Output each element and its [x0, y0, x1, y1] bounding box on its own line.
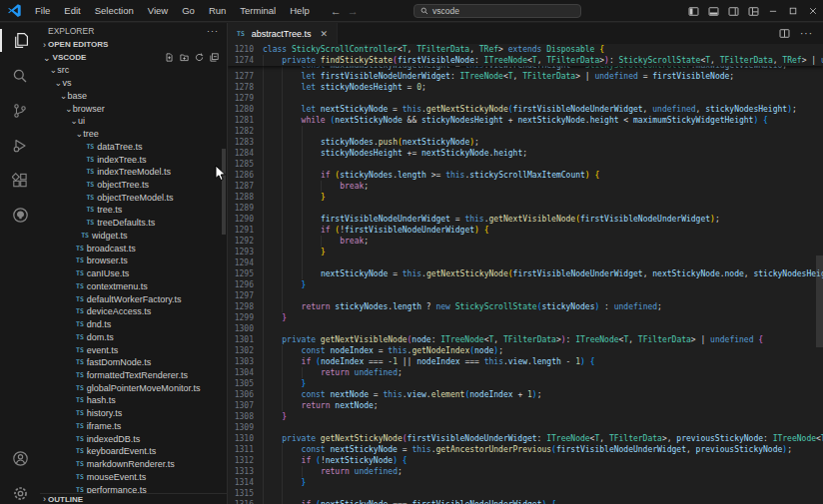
- tree-item-indexTree-ts[interactable]: TSindexTree.ts: [40, 153, 227, 166]
- toggle-secondary-sidebar-icon[interactable]: [723, 0, 743, 22]
- line-number[interactable]: 1277: [228, 71, 263, 82]
- tree-item-indexedDB-ts[interactable]: TSindexedDB.ts: [40, 432, 227, 445]
- menu-run[interactable]: Run: [202, 0, 233, 22]
- line-number[interactable]: 1296: [228, 279, 263, 290]
- close-tab-icon[interactable]: ✕: [321, 29, 329, 39]
- code-line[interactable]: 1298return stickyNodes.length ? new Stic…: [228, 301, 823, 312]
- line-number[interactable]: 1313: [228, 466, 263, 477]
- tree-item-widget-ts[interactable]: TSwidget.ts: [40, 230, 227, 243]
- tree-item-src[interactable]: ⌄src: [40, 64, 227, 77]
- tree-item-history-ts[interactable]: TShistory.ts: [40, 407, 227, 420]
- code-line[interactable]: 1290firstVisibleNodeUnderWidget = this.g…: [228, 214, 823, 225]
- toggle-sidebar-icon[interactable]: [683, 0, 703, 22]
- tree-item-tree-ts[interactable]: TStree.ts: [40, 204, 227, 217]
- tree-item-objectTreeModel-ts[interactable]: TSobjectTreeModel.ts: [40, 191, 227, 204]
- line-number[interactable]: 1302: [228, 345, 263, 356]
- code-line[interactable]: 1283stickyNodes.push(nextStickyNode);: [228, 137, 823, 148]
- line-number[interactable]: 1306: [228, 389, 263, 400]
- code-line[interactable]: 1286if (stickyNodes.length >= this.stick…: [228, 170, 823, 181]
- line-number[interactable]: 1297: [228, 290, 263, 301]
- line-number[interactable]: 1282: [228, 126, 263, 137]
- line-number[interactable]: 1274: [228, 55, 263, 66]
- line-number[interactable]: 1279: [228, 93, 263, 104]
- line-number[interactable]: 1298: [228, 301, 263, 312]
- line-number[interactable]: 1281: [228, 115, 263, 126]
- menu-terminal[interactable]: Terminal: [233, 0, 283, 22]
- code-line[interactable]: 1307return nextNode;: [228, 400, 823, 411]
- code-line[interactable]: 1284stickyNodesHeight += nextStickyNode.…: [228, 148, 823, 159]
- more-actions-icon[interactable]: ···: [800, 28, 813, 39]
- tree-item-iframe-ts[interactable]: TSiframe.ts: [40, 420, 227, 433]
- line-number[interactable]: 1314: [228, 477, 263, 488]
- code-line[interactable]: 1277let firstVisibleNodeUnderWidget: ITr…: [228, 71, 823, 82]
- tree-item-defaultWorkerFactory-ts[interactable]: TSdefaultWorkerFactory.ts: [40, 292, 227, 305]
- code-line[interactable]: 1300: [228, 323, 823, 334]
- menu-edit[interactable]: Edit: [57, 0, 87, 22]
- line-number[interactable]: 1289: [228, 203, 263, 214]
- line-number[interactable]: 1309: [228, 422, 263, 433]
- code-line[interactable]: 1289: [228, 203, 823, 214]
- line-number[interactable]: 1280: [228, 104, 263, 115]
- code-line[interactable]: 1305}: [228, 378, 823, 389]
- github-icon[interactable]: [0, 198, 40, 233]
- tree-item-objectTree-ts[interactable]: TSobjectTree.ts: [40, 179, 227, 192]
- tree-item-keyboardEvent-ts[interactable]: TSkeyboardEvent.ts: [40, 445, 227, 458]
- tree-item-hash-ts[interactable]: TShash.ts: [40, 394, 227, 407]
- line-number[interactable]: 1291: [228, 225, 263, 236]
- menu-go[interactable]: Go: [175, 0, 202, 22]
- back-arrow-icon[interactable]: ←: [331, 5, 342, 17]
- refresh-icon[interactable]: [195, 53, 204, 62]
- tree-item-browser[interactable]: ⌄browser: [40, 102, 227, 115]
- code-line[interactable]: 1306const nextNode = this.view.element(n…: [228, 389, 823, 400]
- line-number[interactable]: 1315: [228, 488, 263, 499]
- code-line[interactable]: 1292break;: [228, 236, 823, 247]
- code-line[interactable]: 1281while (nextStickyNode && stickyNodes…: [228, 115, 823, 126]
- code-line[interactable]: 1280let nextStickyNode = this.getNextSti…: [228, 104, 823, 115]
- editor-scrollbar-thumb[interactable]: [816, 255, 823, 347]
- line-number[interactable]: 1293: [228, 247, 263, 257]
- line-number[interactable]: 1300: [228, 323, 263, 334]
- tree-item-broadcast-ts[interactable]: TSbroadcast.ts: [40, 242, 227, 254]
- settings-gear-icon[interactable]: [0, 476, 40, 504]
- maximize-icon[interactable]: [783, 0, 803, 22]
- code-line[interactable]: 1282: [228, 126, 823, 137]
- tree-item-globalPointerMoveMonitor-ts[interactable]: TSglobalPointerMoveMonitor.ts: [40, 381, 227, 394]
- line-number[interactable]: 1312: [228, 455, 263, 466]
- new-file-icon[interactable]: [165, 53, 174, 62]
- workspace-root-section[interactable]: ⌄ VSCODE: [40, 51, 227, 64]
- line-number[interactable]: 1299: [228, 312, 263, 323]
- split-editor-icon[interactable]: [779, 28, 790, 39]
- minimize-icon[interactable]: [763, 0, 783, 22]
- tree-item-markdownRenderer-ts[interactable]: TSmarkdownRenderer.ts: [40, 458, 227, 471]
- tree-item-vs[interactable]: ⌄vs: [40, 77, 227, 90]
- code-line[interactable]: 1294: [228, 257, 823, 268]
- line-number[interactable]: 1288: [228, 192, 263, 203]
- line-number[interactable]: 1292: [228, 236, 263, 247]
- new-folder-icon[interactable]: [180, 53, 189, 62]
- code-line[interactable]: 1310private getNextStickyNode(firstVisib…: [228, 433, 823, 444]
- tree-item-mouseEvent-ts[interactable]: TSmouseEvent.ts: [40, 471, 227, 484]
- code-line[interactable]: 1308}: [228, 411, 823, 422]
- source-control-icon[interactable]: [0, 93, 40, 128]
- tree-item-event-ts[interactable]: TSevent.ts: [40, 343, 227, 356]
- code-line[interactable]: 1299}: [228, 312, 823, 323]
- tree-item-dataTree-ts[interactable]: TSdataTree.ts: [40, 140, 227, 153]
- tree-item-tree[interactable]: ⌄tree: [40, 128, 227, 141]
- line-number[interactable]: 1307: [228, 400, 263, 411]
- sidebar-scrollbar[interactable]: [222, 149, 226, 235]
- line-number[interactable]: 1294: [228, 257, 263, 268]
- line-number[interactable]: 1278: [228, 82, 263, 93]
- line-number[interactable]: 1304: [228, 367, 263, 378]
- line-number[interactable]: 1311: [228, 444, 263, 455]
- line-number[interactable]: 1301: [228, 334, 263, 345]
- line-number[interactable]: 1283: [228, 137, 263, 148]
- code-line[interactable]: 1279: [228, 93, 823, 104]
- code-line[interactable]: 1311const nextStickyNode = this.getAnces…: [228, 444, 823, 455]
- code-line[interactable]: 1312if (!nextStickyNode) {: [228, 455, 823, 466]
- line-number[interactable]: 1316: [228, 499, 263, 504]
- code-line[interactable]: 1309: [228, 422, 823, 433]
- toggle-panel-icon[interactable]: [703, 0, 723, 22]
- line-number[interactable]: 1303: [228, 356, 263, 367]
- views-more-actions-icon[interactable]: ···: [207, 26, 219, 36]
- tree-item-contextmenu-ts[interactable]: TScontextmenu.ts: [40, 279, 227, 292]
